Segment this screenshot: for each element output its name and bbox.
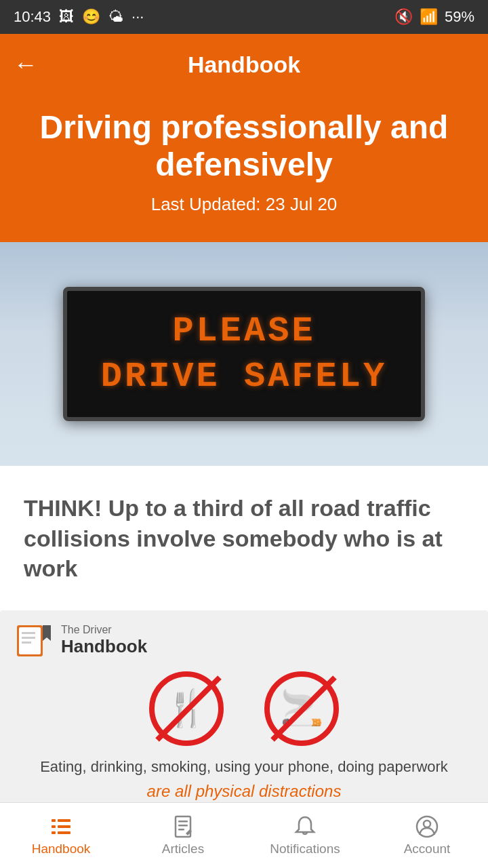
back-arrow-icon: ← <box>14 50 38 79</box>
header: ← Handbook <box>0 34 488 95</box>
svg-rect-3 <box>22 637 35 639</box>
more-icon: ··· <box>131 8 144 26</box>
gallery-icon: 🖼 <box>59 8 74 26</box>
handbook-brand-small: The Driver <box>61 624 147 636</box>
svg-rect-8 <box>52 825 56 828</box>
nav-notifications[interactable]: Notifications <box>244 803 366 868</box>
wifi-icon: 📶 <box>420 8 438 26</box>
sign-image: PLEASE DRIVE SAFELY <box>0 242 488 466</box>
handbook-logo-text: The Driver Handbook <box>61 624 147 657</box>
status-bar-left: 10:43 🖼 😊 🌤 ··· <box>14 8 144 26</box>
svg-rect-6 <box>52 819 56 822</box>
hero-section: Driving professionally and defensively L… <box>0 95 488 242</box>
svg-point-17 <box>424 821 430 827</box>
list-icon <box>49 814 73 839</box>
sign-line1: PLEASE <box>172 311 315 351</box>
nav-notifications-label: Notifications <box>270 842 340 856</box>
think-section: THINK! Up to a third of all road traffic… <box>0 466 488 604</box>
sign-container: PLEASE DRIVE SAFELY <box>0 242 488 466</box>
think-text: THINK! Up to a third of all road traffic… <box>24 493 464 583</box>
status-bar: 10:43 🖼 😊 🌤 ··· 🔇 📶 59% <box>0 0 488 34</box>
fork-icon: 🍴 <box>165 688 209 729</box>
sign-board: PLEASE DRIVE SAFELY <box>63 287 425 421</box>
hero-subtitle: Last Updated: 23 Jul 20 <box>20 194 468 215</box>
sign-line2: DRIVE SAFELY <box>101 357 387 397</box>
bottom-nav: Handbook Articles Notifications Account <box>0 802 488 868</box>
svg-rect-13 <box>178 821 188 823</box>
account-icon <box>415 814 439 839</box>
nav-articles-label: Articles <box>162 842 204 856</box>
svg-rect-14 <box>178 825 188 827</box>
svg-rect-4 <box>22 642 31 644</box>
nav-account-label: Account <box>404 842 451 856</box>
infographic-caption-orange: are all physical distractions <box>14 782 474 801</box>
svg-rect-9 <box>58 825 70 828</box>
nav-handbook[interactable]: Handbook <box>0 803 122 868</box>
svg-rect-7 <box>58 819 70 822</box>
svg-rect-11 <box>58 831 70 834</box>
page-title: Handbook <box>188 52 300 78</box>
nav-articles[interactable]: Articles <box>122 803 244 868</box>
infographic-caption: Eating, drinking, smoking, using your ph… <box>14 757 474 778</box>
icons-row: 🍴 🚬 <box>14 671 474 746</box>
no-smoking-icon: 🚬 <box>264 671 339 746</box>
cigarette-icon: 🚬 <box>280 688 324 729</box>
back-button[interactable]: ← <box>14 50 38 79</box>
svg-rect-1 <box>19 627 41 654</box>
article-icon <box>171 814 195 839</box>
weather-icon: 🌤 <box>108 8 123 26</box>
content-scroll: Driving professionally and defensively L… <box>0 95 488 868</box>
infographic: The Driver Handbook 🍴 🚬 Eating, drinking… <box>0 610 488 814</box>
hero-title: Driving professionally and defensively <box>20 108 468 183</box>
mute-icon: 🔇 <box>394 8 413 26</box>
svg-rect-2 <box>22 632 35 634</box>
handbook-brand-large: Handbook <box>61 636 147 657</box>
svg-rect-15 <box>178 829 184 831</box>
nav-handbook-label: Handbook <box>32 842 91 856</box>
face-icon: 😊 <box>82 8 100 26</box>
svg-marker-5 <box>43 625 51 641</box>
battery-text: 59% <box>445 8 474 26</box>
status-time: 10:43 <box>14 8 51 26</box>
svg-rect-10 <box>52 831 56 834</box>
status-bar-right: 🔇 📶 59% <box>394 8 474 26</box>
handbook-logo-icon <box>14 624 54 658</box>
bell-icon <box>293 814 317 839</box>
no-eating-icon: 🍴 <box>149 671 224 746</box>
handbook-header: The Driver Handbook <box>14 624 474 658</box>
nav-account[interactable]: Account <box>366 803 488 868</box>
